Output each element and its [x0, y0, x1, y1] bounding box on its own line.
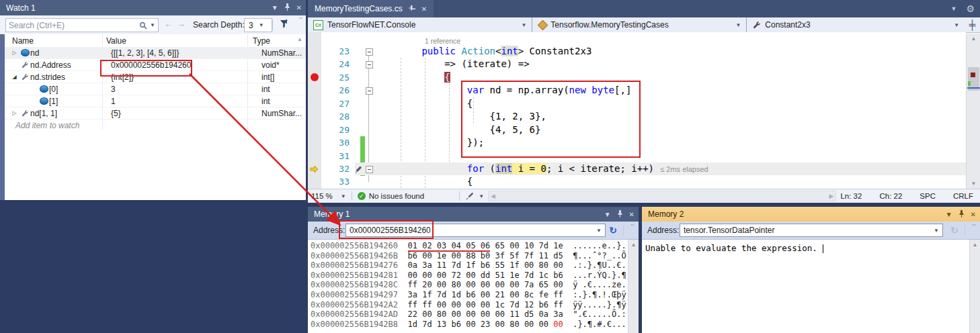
- address-input[interactable]: tensor.TensorDataPointer ▼: [680, 224, 943, 237]
- code-cleanup-dropdown-icon[interactable]: ▼: [479, 193, 484, 199]
- watch-row-value[interactable]: {5}: [107, 109, 256, 118]
- watch-row-value[interactable]: 1: [107, 97, 256, 106]
- expander-icon[interactable]: ▷: [9, 110, 19, 116]
- memory2-panel: Memory 2 ▼ ✕ Address: tensor.TensorDataP…: [642, 207, 980, 333]
- code-line[interactable]: 29 {4, 5, 6}: [308, 124, 966, 136]
- code-line[interactable]: 27 {: [308, 97, 966, 110]
- close-icon[interactable]: ✕: [296, 4, 302, 11]
- close-icon[interactable]: ✕: [629, 211, 635, 218]
- scroll-up-icon[interactable]: ▲: [970, 242, 980, 248]
- window-position-menu-icon[interactable]: ▼: [604, 211, 611, 218]
- toolbar-overflow-icon[interactable]: '': [300, 16, 303, 23]
- close-icon[interactable]: ✕: [971, 211, 976, 218]
- watch-row[interactable]: [0]3int: [5, 83, 306, 95]
- search-box[interactable]: ▼: [5, 18, 159, 32]
- watch-row[interactable]: ◢nd.strides{int[2]}int[]: [5, 71, 306, 83]
- expander-icon[interactable]: ▷: [9, 50, 19, 56]
- memory-bytes: 0a 3a 11 7d 1f b6 55 1f 00 80 00: [408, 260, 563, 270]
- address-dropdown-icon[interactable]: ▼: [596, 228, 602, 234]
- address-input[interactable]: 0x000002556B194260 ▼: [345, 224, 606, 237]
- split-window-icon[interactable]: ╪: [965, 17, 980, 32]
- watch-row-value[interactable]: 0x000002556b194260: [107, 60, 256, 70]
- code-line[interactable]: 33 {: [308, 175, 966, 188]
- zoom-level[interactable]: 115 %: [311, 192, 333, 200]
- column-header-name[interactable]: Name: [5, 36, 102, 46]
- gear-icon[interactable]: ⚙: [966, 3, 975, 14]
- code-cleanup-icon[interactable]: [465, 191, 475, 201]
- status-column-number[interactable]: Ch: 22: [879, 192, 902, 200]
- pin-icon[interactable]: [958, 210, 965, 219]
- tab-list-dropdown-icon[interactable]: ▼: [951, 5, 957, 12]
- scroll-up-icon[interactable]: ▲: [297, 36, 302, 42]
- type-dropdown[interactable]: Tensorflow.MemoryTestingCases ▼: [532, 17, 747, 32]
- collapse-region-icon[interactable]: [366, 61, 373, 68]
- collapse-region-icon[interactable]: [366, 166, 373, 173]
- code-line[interactable]: 31: [308, 150, 966, 162]
- pin-icon[interactable]: [284, 3, 290, 12]
- scroll-left-icon[interactable]: ◀: [491, 193, 495, 199]
- code-editor[interactable]: 1 reference23 public Action<int> Constan…: [308, 32, 966, 189]
- watch-row[interactable]: ▷nd{[[1, 2, 3], [4, 5, 6]]}NumShar...: [5, 47, 306, 59]
- filter-icon[interactable]: [279, 19, 289, 31]
- watch-row-value[interactable]: 3: [107, 85, 256, 94]
- watch-row[interactable]: ▷nd[1, 1]{5}NumShar...: [5, 107, 306, 120]
- code-line[interactable]: 26 var nd = np.array(new byte[,]: [308, 84, 966, 97]
- column-header-value[interactable]: Value: [102, 36, 247, 46]
- code-line[interactable]: 30 });: [308, 136, 966, 149]
- pin-icon[interactable]: [617, 210, 623, 219]
- memory1-scrollbar[interactable]: ▲: [628, 240, 639, 333]
- status-line-ending[interactable]: CRLF: [953, 192, 973, 200]
- horizontal-scrollbar[interactable]: ◀ ▶: [488, 191, 836, 201]
- scroll-up-icon[interactable]: ▲: [967, 36, 980, 42]
- status-spaces-mode[interactable]: SPC: [920, 192, 936, 200]
- column-header-type[interactable]: Type: [247, 36, 270, 46]
- edit-pencil-icon: [355, 165, 362, 175]
- zoom-dropdown-icon[interactable]: ▼: [341, 193, 346, 199]
- expander-icon[interactable]: ◢: [9, 74, 19, 80]
- toolbar-overflow-icon[interactable]: '': [973, 223, 976, 230]
- project-dropdown[interactable]: C# TensorFlowNET.Console ▼: [308, 17, 532, 32]
- window-position-menu-icon[interactable]: ▼: [946, 211, 952, 218]
- search-options-dropdown-icon[interactable]: ▼: [150, 22, 155, 28]
- address-dropdown-icon[interactable]: ▼: [934, 228, 939, 234]
- scroll-right-icon[interactable]: ▶: [829, 193, 834, 199]
- window-position-menu-icon[interactable]: ▼: [272, 4, 278, 11]
- scroll-down-icon[interactable]: ▼: [967, 181, 980, 187]
- code-line[interactable]: 23 public Action<int> Constant2x3: [308, 45, 966, 58]
- watch-row[interactable]: nd.Address0x000002556b194260void*: [5, 59, 306, 71]
- scroll-up-icon[interactable]: ▲: [628, 242, 639, 248]
- code-line-text: [355, 150, 966, 162]
- member-dropdown[interactable]: Constant2x3 ▼: [747, 17, 965, 32]
- codelens-references[interactable]: 1 reference: [308, 36, 966, 45]
- collapse-region-icon[interactable]: [366, 48, 373, 56]
- watch-row[interactable]: [1]1int: [5, 95, 306, 107]
- collapse-region-icon[interactable]: [366, 87, 373, 95]
- add-watch-row[interactable]: Add item to watch: [5, 120, 306, 131]
- search-depth-dropdown[interactable]: 3 ▼: [244, 18, 272, 32]
- code-line[interactable]: 25 {: [308, 71, 966, 84]
- search-forward-icon[interactable]: →: [177, 19, 186, 29]
- watch-row-label: [0]: [49, 85, 58, 94]
- watch-row-value[interactable]: {[[1, 2, 3], [4, 5, 6]]}: [107, 48, 256, 58]
- status-line-number[interactable]: Ln: 32: [840, 192, 862, 200]
- memory2-content[interactable]: Unable to evaluate the expression. ▲: [642, 240, 980, 333]
- refresh-icon[interactable]: ↻: [609, 225, 617, 236]
- memory2-scrollbar[interactable]: ▲: [969, 240, 980, 333]
- code-line[interactable]: 28 {1, 2, 3},: [308, 110, 966, 123]
- editor-vertical-scrollbar[interactable]: ▲ ▼: [966, 34, 980, 189]
- close-icon[interactable]: ✕: [421, 5, 427, 13]
- search-input[interactable]: [6, 21, 139, 30]
- search-back-icon[interactable]: ←: [164, 19, 173, 29]
- pin-icon[interactable]: [409, 5, 415, 13]
- toolbar-overflow-icon[interactable]: '': [631, 223, 635, 230]
- code-line[interactable]: 32 for (int i = 0; i < iterate; i++) ≤ 2…: [308, 162, 966, 175]
- search-depth-dropdown-icon: ▼: [259, 22, 264, 28]
- issues-status-icon[interactable]: ✓: [358, 192, 366, 200]
- issues-status-text[interactable]: No issues found: [369, 192, 424, 200]
- code-line[interactable]: 24 => (iterate) =>: [308, 58, 966, 70]
- memory1-content[interactable]: 0x000002556B194260 01 02 03 04 05 06 65 …: [308, 240, 639, 333]
- watch-row-value[interactable]: {int[2]}: [107, 73, 256, 82]
- search-icon[interactable]: [139, 21, 147, 30]
- document-tab[interactable]: MemoryTestingCases.cs ✕: [308, 0, 434, 17]
- address-value: 0x000002556B194260: [350, 226, 596, 235]
